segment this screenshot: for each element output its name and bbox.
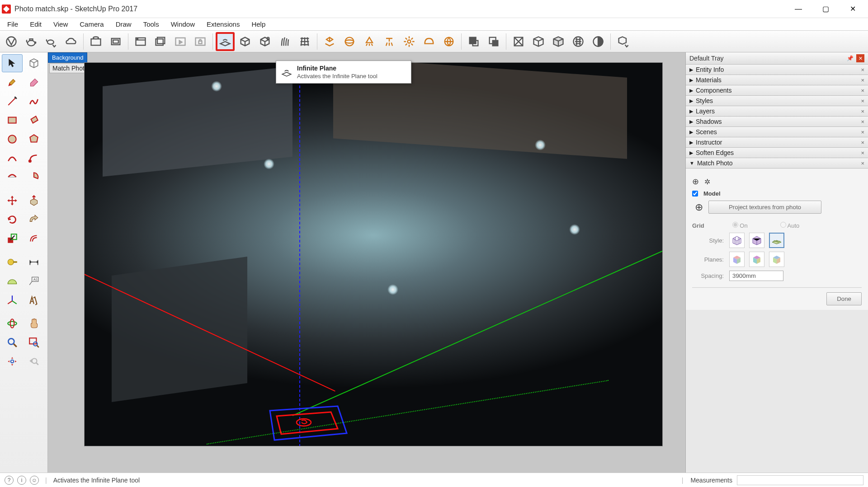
zoom-tool[interactable]	[2, 333, 23, 351]
arc2-tool[interactable]	[24, 149, 44, 167]
dimension-tool[interactable]	[24, 253, 44, 271]
minimize-button[interactable]: —	[785, 0, 812, 18]
menu-view[interactable]: View	[48, 19, 73, 30]
frame-buffer-icon[interactable]	[131, 32, 150, 51]
target-icon[interactable]: ⊕	[695, 201, 703, 213]
sphere-icon[interactable]	[236, 32, 255, 51]
pan-tool[interactable]	[24, 314, 44, 332]
panel-match-photo[interactable]: ▼Match Photo×	[686, 158, 868, 169]
measurements-input[interactable]	[737, 475, 863, 485]
close-button[interactable]: ✕	[839, 0, 866, 18]
3dtext-tool[interactable]	[24, 291, 44, 309]
grid-auto-radio[interactable]	[780, 222, 786, 228]
lock-frame-icon[interactable]	[191, 32, 210, 51]
cloud-icon[interactable]	[61, 32, 80, 51]
zoom-window-tool[interactable]	[24, 333, 44, 351]
user-icon[interactable]: ☺	[30, 476, 39, 485]
shade-icon[interactable]	[589, 32, 608, 51]
menu-draw[interactable]: Draw	[110, 19, 137, 30]
arc-tool[interactable]	[2, 149, 23, 167]
component-tool[interactable]	[24, 54, 44, 72]
light-ies-icon[interactable]	[380, 32, 399, 51]
spacing-input[interactable]	[729, 271, 783, 281]
text-tool[interactable]: A1	[24, 272, 44, 290]
uv-icon[interactable]	[509, 32, 528, 51]
zoom-extents-tool[interactable]	[2, 352, 23, 370]
menu-extensions[interactable]: Extensions	[201, 19, 245, 30]
panel-styles[interactable]: ▶Styles×	[686, 96, 868, 106]
tray-close-button[interactable]: ✕	[856, 54, 864, 62]
info-icon[interactable]: i	[17, 476, 26, 485]
object-add-icon[interactable]	[464, 32, 483, 51]
rotate-tool[interactable]	[2, 211, 23, 229]
light-spot-icon[interactable]	[360, 32, 379, 51]
protractor-tool[interactable]	[2, 272, 23, 290]
style-option-3[interactable]	[769, 233, 784, 248]
pick-cube-icon[interactable]	[613, 32, 632, 51]
light-omni-icon[interactable]	[400, 32, 419, 51]
move-tool[interactable]	[2, 192, 23, 210]
line-tool[interactable]	[2, 92, 23, 110]
menu-camera[interactable]: Camera	[74, 19, 109, 30]
cube-wire-icon[interactable]	[255, 32, 274, 51]
viewport[interactable]	[84, 62, 663, 446]
previous-view-tool[interactable]	[24, 352, 44, 370]
polygon-tool[interactable]	[24, 130, 44, 148]
vray-logo-icon[interactable]	[2, 32, 21, 51]
gear-icon[interactable]: ✲	[704, 178, 710, 186]
menu-file[interactable]: File	[2, 19, 24, 30]
help-icon[interactable]: ?	[5, 476, 14, 485]
object-sub-icon[interactable]	[484, 32, 503, 51]
done-button[interactable]: Done	[826, 292, 862, 305]
panel-instructor[interactable]: ▶Instructor×	[686, 137, 868, 148]
panel-entity-info[interactable]: ▶Entity Info×	[686, 65, 868, 75]
teapot-hand-icon[interactable]	[42, 32, 61, 51]
paint-tool[interactable]	[2, 73, 23, 91]
menu-help[interactable]: Help	[246, 19, 271, 30]
infinite-plane-button[interactable]	[216, 32, 235, 51]
eraser-tool[interactable]	[24, 73, 44, 91]
followme-tool[interactable]	[24, 211, 44, 229]
light-rect-icon[interactable]	[320, 32, 339, 51]
offset-tool[interactable]	[24, 229, 44, 248]
light-dome-icon[interactable]	[420, 32, 439, 51]
planes-option-2[interactable]	[749, 252, 764, 267]
menu-edit[interactable]: Edit	[24, 19, 47, 30]
rectangle-tool[interactable]	[2, 111, 23, 129]
frame-stack-icon[interactable]	[151, 32, 170, 51]
teapot-icon[interactable]	[22, 32, 41, 51]
grid-on-radio[interactable]	[732, 222, 738, 228]
box-fill-icon[interactable]	[549, 32, 568, 51]
box-wire-icon[interactable]	[529, 32, 548, 51]
model-checkbox[interactable]	[692, 191, 698, 197]
style-option-2[interactable]	[749, 233, 764, 248]
panel-layers[interactable]: ▶Layers×	[686, 106, 868, 117]
style-option-1[interactable]	[729, 233, 745, 248]
tape-tool[interactable]	[2, 253, 23, 271]
viewport-render-icon[interactable]	[86, 32, 105, 51]
pie-tool[interactable]	[24, 168, 44, 186]
panel-materials[interactable]: ▶Materials×	[686, 75, 868, 85]
mesh-icon[interactable]	[295, 32, 314, 51]
maximize-button[interactable]: ▢	[812, 0, 839, 18]
light-sphere-icon[interactable]	[340, 32, 359, 51]
rotated-rect-tool[interactable]	[24, 111, 44, 129]
orbit-tool[interactable]	[2, 314, 23, 332]
panel-soften-edges[interactable]: ▶Soften Edges×	[686, 148, 868, 158]
panel-scenes[interactable]: ▶Scenes×	[686, 127, 868, 137]
checker-icon[interactable]	[569, 32, 588, 51]
panel-components[interactable]: ▶Components×	[686, 85, 868, 96]
arc3-tool[interactable]	[2, 168, 23, 186]
scale-tool[interactable]	[2, 229, 23, 248]
panel-shadows[interactable]: ▶Shadows×	[686, 117, 868, 127]
planes-option-1[interactable]	[729, 252, 745, 267]
fur-icon[interactable]	[275, 32, 294, 51]
axes-tool[interactable]	[2, 291, 23, 309]
pin-icon[interactable]: 📌	[847, 55, 854, 61]
select-tool[interactable]	[2, 54, 23, 72]
scene-tab-background[interactable]: Background	[48, 52, 87, 63]
light-mesh-icon[interactable]	[439, 32, 458, 51]
frame-icon[interactable]	[106, 32, 125, 51]
planes-option-3[interactable]	[769, 252, 784, 267]
frame-play-icon[interactable]	[171, 32, 190, 51]
